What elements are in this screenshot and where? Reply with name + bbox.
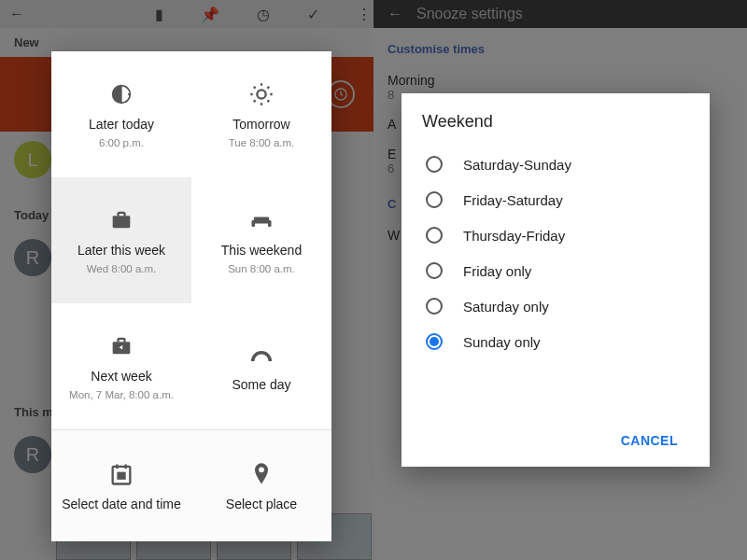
weekend-option-fri-sat[interactable]: Friday-Saturday (422, 182, 689, 217)
snooze-option-label: Select date and time (62, 497, 181, 511)
dialog-title: Weekend (422, 112, 689, 132)
snooze-option-label: Some day (232, 377, 290, 392)
snooze-option-time: Sun 8:00 a.m. (228, 263, 295, 274)
svg-rect-5 (252, 220, 256, 227)
radio-label: Saturday only (463, 299, 549, 315)
snooze-option-label: Select place (226, 497, 297, 511)
weekend-option-fri-only[interactable]: Friday only (422, 253, 689, 288)
weekend-option-sat-only[interactable]: Saturday only (422, 288, 689, 324)
briefcase-arrow-icon (108, 333, 134, 363)
sofa-icon (248, 207, 275, 237)
snooze-option-time: Tue 8:00 a.m. (229, 137, 295, 148)
svg-point-10 (259, 467, 264, 472)
radio-icon (426, 191, 443, 208)
radio-icon (426, 262, 443, 279)
snooze-option-next-week[interactable]: Next weekMon, 7 Mar, 8:00 a.m. (51, 303, 191, 429)
radio-icon (426, 227, 443, 244)
snooze-option-later-today[interactable]: Later today6:00 p.m. (51, 51, 191, 177)
snooze-option-label: Tomorrow (233, 117, 289, 132)
rainbow-icon (248, 342, 275, 371)
snooze-option-select-date-time[interactable]: Select date and time (51, 430, 191, 541)
svg-rect-4 (254, 217, 269, 223)
snooze-option-this-weekend[interactable]: This weekendSun 8:00 a.m. (191, 177, 331, 303)
cancel-button[interactable]: CANCEL (610, 426, 689, 455)
snooze-option-time: Mon, 7 Mar, 8:00 a.m. (69, 389, 174, 400)
weekend-option-thu-fri[interactable]: Thursday-Friday (422, 217, 689, 253)
weekend-dialog: Weekend Saturday-SundayFriday-SaturdayTh… (402, 93, 710, 467)
radio-label: Saturday-Sunday (463, 157, 571, 173)
snooze-option-tomorrow[interactable]: TomorrowTue 8:00 a.m. (191, 51, 331, 177)
radio-label: Friday only (463, 263, 531, 279)
radio-icon (426, 298, 443, 315)
briefcase-icon (108, 207, 134, 237)
weekend-option-sat-sun[interactable]: Saturday-Sunday (422, 147, 689, 182)
snooze-option-label: This weekend (221, 243, 302, 258)
snooze-option-select-place[interactable]: Select place (191, 430, 331, 541)
snooze-picker-dialog: Later today6:00 p.m.TomorrowTue 8:00 a.m… (51, 51, 331, 541)
snooze-option-label: Next week (91, 369, 151, 384)
snooze-option-some-day[interactable]: Some day (191, 303, 331, 429)
radio-label: Thursday-Friday (463, 228, 565, 244)
radio-label: Friday-Saturday (463, 192, 563, 208)
svg-point-2 (257, 90, 265, 98)
snooze-option-later-this-week[interactable]: Later this weekWed 8:00 a.m. (51, 177, 191, 303)
snooze-option-label: Later today (89, 117, 154, 132)
half-sun-icon (108, 81, 134, 111)
snooze-option-time: 6:00 p.m. (99, 137, 144, 148)
radio-icon (426, 333, 443, 350)
calendar-icon (108, 461, 134, 491)
sun-icon (248, 81, 275, 111)
svg-rect-6 (268, 220, 272, 227)
snooze-option-time: Wed 8:00 a.m. (87, 263, 157, 274)
svg-rect-9 (117, 471, 125, 479)
radio-label: Sunday only (463, 334, 541, 350)
pin-icon (248, 461, 275, 491)
radio-icon (426, 156, 443, 173)
svg-rect-3 (113, 216, 131, 228)
snooze-option-label: Later this week (78, 243, 165, 258)
weekend-option-sun-only[interactable]: Sunday only (422, 324, 689, 359)
